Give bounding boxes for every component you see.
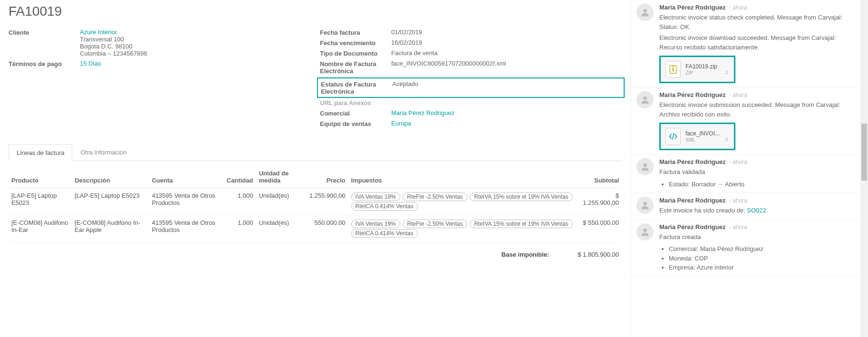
form-col-left: Cliente Azure Interior Transversal 100 B… xyxy=(9,29,310,130)
attachment-box[interactable]: FA10019.zip ZIP xyxy=(659,56,735,83)
msg-time: - ahora xyxy=(727,224,747,231)
base-imponible-value: $ 1.805.900,00 xyxy=(578,251,619,258)
cell-subtotal: $ 550.000,00 xyxy=(577,215,622,242)
cliente-label: Cliente xyxy=(9,29,80,36)
cell-cuenta: 413595 Venta de Otros Productos xyxy=(149,188,223,215)
nombre-fe-label: Nombre de Factura Electrónica xyxy=(320,60,391,75)
chatter-panel: Maria Pérez Rodriguez - ahoraElectronic … xyxy=(630,0,868,337)
svg-rect-3 xyxy=(672,68,674,69)
attachment-name: face_INVOI... xyxy=(685,130,723,137)
form-col-right: Fecha factura 01/02/2019 Fecha vencimien… xyxy=(320,29,622,130)
cell-cantidad: 1,000 xyxy=(224,215,256,242)
download-icon[interactable] xyxy=(724,137,729,143)
fecha-factura-value: 01/02/2019 xyxy=(391,29,622,36)
tipo-doc-label: Tipo de Documento xyxy=(320,49,391,57)
cell-cuenta: 413595 Venta de Otros Productos xyxy=(149,215,223,242)
th-precio: Precio xyxy=(307,166,348,188)
th-subtotal: Subtotal xyxy=(577,166,622,188)
list-item: Comercial: Maria Pérez Rodriguez xyxy=(669,244,858,254)
form-section: Cliente Azure Interior Transversal 100 B… xyxy=(9,29,622,130)
cliente-addr1: Transversal 100 xyxy=(80,36,124,43)
main-panel: FA10019 Cliente Azure Interior Transvers… xyxy=(0,0,630,337)
cell-cantidad: 1,000 xyxy=(224,188,256,215)
list-item: Moneda: COP xyxy=(669,254,858,263)
tax-pill: RteICA 0.414% Ventas xyxy=(351,229,418,238)
tab-otra[interactable]: Otra Información xyxy=(72,144,135,161)
svg-point-5 xyxy=(643,96,646,100)
msg-author: Maria Pérez Rodriguez xyxy=(659,223,725,231)
th-producto: Producto xyxy=(9,166,72,188)
svg-point-8 xyxy=(643,228,646,231)
msg-link[interactable]: SO022 xyxy=(747,207,766,214)
msg-time: - ahora xyxy=(727,4,747,11)
cliente-link[interactable]: Azure Interior xyxy=(80,29,117,36)
list-item: Estado: Borrador → Abierto xyxy=(669,180,858,189)
tax-pill: RteFte -2.50% Ventas xyxy=(403,193,467,201)
tabs: Líneas de factura Otra Información xyxy=(9,144,622,161)
file-icon xyxy=(665,61,681,78)
cliente-addr2: Bogota D.C. 98100 xyxy=(80,43,133,50)
scrollbar-track[interactable] xyxy=(860,0,868,337)
chatter-message: Maria Pérez Rodriguez - ahoraFactura cre… xyxy=(631,220,868,277)
totals-row: Base imponible: $ 1.805.900,00 xyxy=(9,251,622,258)
msg-time: - ahora xyxy=(727,197,747,204)
th-unidad: Unidad de medida xyxy=(256,166,306,188)
avatar xyxy=(637,4,654,21)
cell-subtotal: $ 1.255.900,00 xyxy=(577,188,622,215)
cell-unidad: Unidad(es) xyxy=(256,215,306,242)
cell-unidad: Unidad(es) xyxy=(256,188,306,215)
cell-precio: 1.255.900,00 xyxy=(307,188,348,215)
avatar xyxy=(637,91,654,108)
tab-lineas[interactable]: Líneas de factura xyxy=(9,144,72,161)
msg-text: Electronic invoice submission succeeded.… xyxy=(659,100,858,119)
table-row[interactable]: [E-COM08] Audifono In-Ear [E-COM08] Audi… xyxy=(9,215,622,242)
scrollbar-thumb[interactable] xyxy=(861,124,867,181)
msg-time: - ahora xyxy=(727,92,747,98)
cell-producto: [E-COM08] Audifono In-Ear xyxy=(9,215,72,242)
cell-descripcion: [E-COM08] Audifono In-Ear Apple xyxy=(72,215,149,242)
cliente-value: Azure Interior Transversal 100 Bogota D.… xyxy=(80,29,310,57)
msg-author: Maria Pérez Rodriguez xyxy=(659,158,725,165)
download-icon[interactable] xyxy=(724,70,729,76)
tax-pill: RteFte -2.50% Ventas xyxy=(403,220,467,228)
fecha-factura-label: Fecha factura xyxy=(320,29,391,36)
equipo-link[interactable]: Europa xyxy=(391,120,411,127)
th-cantidad: Cantidad xyxy=(224,166,256,188)
th-impuestos: Impuestos xyxy=(348,166,577,188)
msg-author: Maria Pérez Rodriguez xyxy=(659,4,725,11)
table-row[interactable]: [LAP-E5] Laptop E5023 [LAP-E5] Laptop E5… xyxy=(9,188,622,215)
attachment-box[interactable]: face_INVOI... XML xyxy=(659,123,735,150)
cell-producto: [LAP-E5] Laptop E5023 xyxy=(9,188,72,215)
terminos-link[interactable]: 15 Días xyxy=(80,60,101,67)
tipo-doc-value: Factura de venta xyxy=(391,49,622,57)
base-imponible-label: Base imponible: xyxy=(502,251,549,258)
terminos-label: Términos de pago xyxy=(9,60,80,67)
tax-pill: RteIVA 15% sobre el 19% IVA Ventas xyxy=(470,193,572,201)
file-icon xyxy=(665,128,681,145)
tax-pill: IVA Ventas 19% xyxy=(351,220,400,228)
cell-precio: 550.000,00 xyxy=(307,215,348,242)
fecha-venc-value: 16/02/2019 xyxy=(391,39,622,46)
cell-impuestos: IVA Ventas 19% RteFte -2.50% Ventas RteI… xyxy=(348,215,577,242)
chatter-message: Maria Pérez Rodriguez - ahoraEste invoic… xyxy=(631,193,868,220)
invoice-lines-table: Producto Descripción Cuenta Cantidad Uni… xyxy=(9,166,622,242)
nombre-fe-value: face_INVOIC8005817072000000002f.xml xyxy=(391,60,622,67)
attachment-type: XML xyxy=(685,137,695,143)
chatter-message: Maria Pérez Rodriguez - ahoraElectronic … xyxy=(631,0,868,87)
svg-point-0 xyxy=(643,9,646,12)
svg-point-6 xyxy=(643,164,646,167)
msg-text: Electronic invoice status check complete… xyxy=(659,13,858,31)
msg-text: Factura validada xyxy=(659,167,858,177)
chatter-message: Maria Pérez Rodriguez - ahoraElectronic … xyxy=(631,87,868,154)
fecha-venc-label: Fecha vencimiento xyxy=(320,39,391,47)
estatus-fe-value: Aceptado xyxy=(392,80,621,87)
tax-pill: RteIVA 15% sobre el 19% IVA Ventas xyxy=(470,220,572,228)
th-cuenta: Cuenta xyxy=(149,166,223,188)
estatus-fe-label: Estatus de Factura Electrónica xyxy=(321,80,392,95)
tax-pill: IVA Ventas 19% xyxy=(351,193,400,201)
comercial-label: Comercial xyxy=(320,109,391,117)
comercial-link[interactable]: Maria Pérez Rodriguez xyxy=(391,109,454,116)
svg-rect-2 xyxy=(672,66,674,67)
msg-text: Este invoice ha sido creado de: SO022 xyxy=(659,206,858,215)
url-anexos-label: URL para Anexos xyxy=(320,99,371,106)
